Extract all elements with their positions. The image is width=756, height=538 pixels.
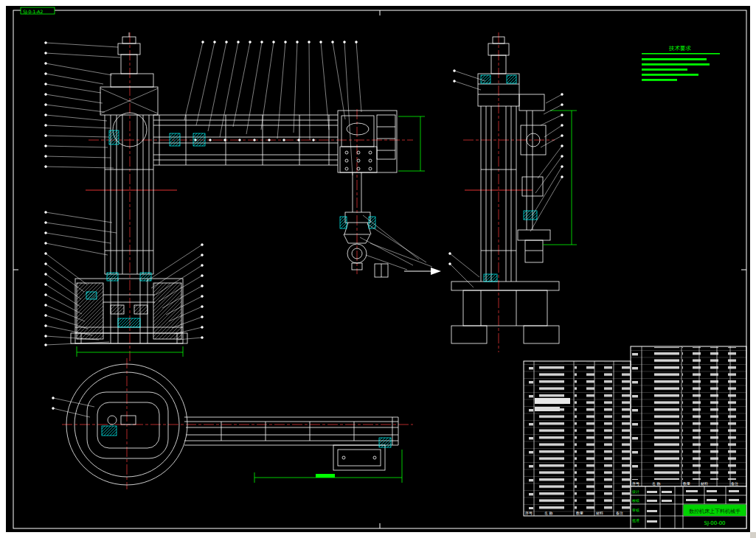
- notes-line: [642, 74, 698, 76]
- bom-header-col-0: 序号: [525, 511, 533, 516]
- drawing-title: 数控机床上下料机械手: [689, 509, 741, 514]
- notes-underline: [642, 53, 720, 55]
- bom-header-col-4: 备注: [616, 511, 623, 515]
- title-block-row-label-2: 审核: [632, 508, 639, 512]
- title-block-row-label-1: 校核: [631, 498, 639, 503]
- cad-viewer-window: SJ-0-1-A2: [0, 0, 756, 538]
- parts-list-left: 序号 名 称 数量 材料 备注: [524, 361, 631, 516]
- bom-header-col-1: 名 称: [652, 481, 661, 486]
- drawing-number: SJ-00-00: [704, 520, 725, 526]
- notes-line: [642, 58, 707, 60]
- bom-header-col-2: 数量: [576, 511, 583, 515]
- corner-label-text: SJ-0-1-A2: [23, 9, 43, 15]
- notes-heading: 技术要求: [668, 45, 692, 52]
- title-block-row-label-0: 设计: [631, 489, 639, 494]
- bom-header-col-4: 备注: [731, 481, 738, 486]
- notes-line: [642, 63, 710, 66]
- bom-header-col-2: 数量: [683, 481, 690, 486]
- bom-header-col-3: 材料: [700, 481, 708, 486]
- parts-list-right: 序号 名 称 数量 材料 备注: [631, 346, 746, 486]
- notes-line: [642, 79, 677, 81]
- bom-header-col-1: 名 称: [544, 511, 553, 515]
- title-block-row-label-3: 批准: [632, 518, 639, 523]
- cad-drawing: SJ-0-1-A2: [0, 0, 756, 538]
- corner-label: SJ-0-1-A2: [21, 7, 55, 15]
- bom-header-col-0: 序号: [632, 481, 639, 486]
- title-block: 设计 校核 审核 批准 数控机床上下料机械手 SJ-00-00: [631, 486, 746, 528]
- bom-header-col-3: 材料: [595, 511, 603, 516]
- notes-line: [642, 69, 687, 71]
- resize-corner: [750, 532, 756, 538]
